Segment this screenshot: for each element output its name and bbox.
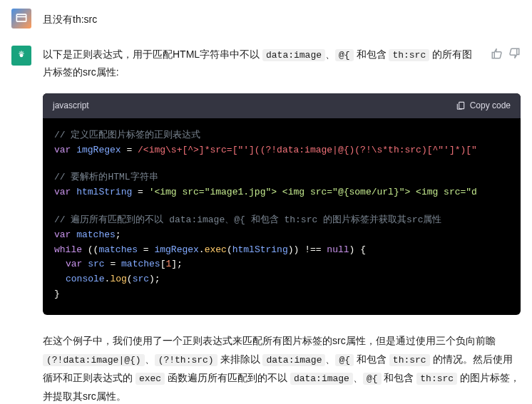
bot-intro-text: 以下是正则表达式，用于匹配HTML字符串中不以 data:image、@{ 和包… bbox=[43, 46, 482, 82]
intro-code2: @{ bbox=[335, 49, 354, 61]
exp-c8: @{ bbox=[363, 373, 382, 385]
bot-avatar bbox=[11, 46, 31, 66]
exp-c5: th:src bbox=[389, 354, 430, 366]
code-semi: ; bbox=[116, 229, 121, 240]
clipboard-icon bbox=[456, 100, 466, 110]
code-op: (( bbox=[82, 244, 98, 255]
user-content: 且没有th:src bbox=[43, 9, 521, 27]
code-op: = bbox=[121, 145, 138, 155]
code-var: matches bbox=[98, 244, 138, 255]
exp-c3: data:image bbox=[262, 354, 325, 366]
exp-s1: 、 bbox=[145, 353, 155, 365]
exp-c4: @{ bbox=[335, 354, 354, 366]
bot-content: 以下是正则表达式，用于匹配HTML字符串中不以 data:image、@{ 和包… bbox=[43, 46, 521, 404]
user-avatar bbox=[11, 9, 31, 29]
code-method: log bbox=[110, 274, 126, 284]
code-semi: ; bbox=[155, 274, 160, 284]
intro-sep2: 和包含 bbox=[354, 48, 389, 60]
code-var: src bbox=[133, 274, 149, 284]
code-keyword: var bbox=[66, 259, 82, 269]
code-bracket: ] bbox=[171, 259, 177, 269]
exp-c6: exec bbox=[135, 373, 165, 385]
code-string: '<img src="image1.jpg"> <img src="@{some… bbox=[149, 187, 477, 197]
exp-s4: 和包含 bbox=[354, 353, 389, 365]
code-lang-label: javascript bbox=[53, 99, 89, 113]
exp-s6: 函数遍历所有匹配到的不以 bbox=[165, 372, 290, 383]
exp-s7: 、 bbox=[353, 372, 363, 383]
exp-t1: 在这个例子中，我们使用了一个正则表达式来匹配所有图片标签的src属性，但是通过使… bbox=[43, 335, 496, 346]
exp-c9: th:src bbox=[416, 373, 457, 385]
exp-s2: 来排除以 bbox=[218, 353, 263, 365]
code-close-cond: ) { bbox=[349, 244, 366, 255]
code-comment: // 定义匹配图片标签的正则表达式 bbox=[54, 130, 200, 140]
exp-c1: (?!data:image|@{) bbox=[43, 354, 145, 366]
code-lp: ( bbox=[227, 244, 232, 255]
code-dot: . bbox=[199, 244, 205, 255]
intro-code3: th:src bbox=[389, 49, 429, 61]
code-var: matches bbox=[76, 229, 116, 240]
exp-s8: 和包含 bbox=[382, 372, 417, 383]
intro-sep1: 、 bbox=[325, 48, 335, 60]
code-var: imgRegex bbox=[154, 244, 198, 255]
code-op: = bbox=[132, 187, 148, 197]
bot-explanation: 在这个例子中，我们使用了一个正则表达式来匹配所有图片标签的src属性，但是通过使… bbox=[43, 332, 521, 404]
exp-c2: (?!th:src) bbox=[155, 354, 218, 366]
copy-code-button[interactable]: Copy code bbox=[456, 99, 511, 113]
code-op: = bbox=[138, 244, 154, 255]
code-semi: ; bbox=[177, 259, 183, 269]
code-regex: /<img\s+[^>]*src=["']((?!data:image|@{)(… bbox=[138, 145, 477, 155]
user-text: 且没有th:src bbox=[43, 9, 521, 27]
code-op: = bbox=[105, 259, 121, 269]
copy-code-label: Copy code bbox=[470, 99, 511, 113]
code-cmp: ) !== bbox=[294, 244, 327, 255]
code-comment: // 遍历所有匹配到的不以 data:image、@{ 和包含 th:src 的… bbox=[54, 214, 441, 225]
bot-message: 以下是正则表达式，用于匹配HTML字符串中不以 data:image、@{ 和包… bbox=[11, 46, 521, 404]
code-var: imgRegex bbox=[76, 145, 121, 155]
exp-c7: data:image bbox=[290, 373, 353, 385]
exp-s3: 、 bbox=[325, 353, 335, 365]
intro-code1: data:image bbox=[262, 49, 325, 61]
code-rp: ) bbox=[288, 244, 294, 255]
user-message: 且没有th:src bbox=[11, 9, 521, 29]
code-var: src bbox=[88, 259, 104, 269]
chat-container: 且没有th:src 以下是正则表达式，用于匹配HTML字符串中不以 data:i… bbox=[0, 0, 532, 404]
code-var: htmlString bbox=[76, 187, 132, 197]
thumbs-up-icon[interactable] bbox=[491, 47, 503, 60]
code-rp: ) bbox=[149, 274, 155, 284]
code-console: console bbox=[66, 274, 105, 284]
svg-rect-0 bbox=[16, 14, 26, 21]
code-close-brace: } bbox=[54, 289, 60, 299]
code-var: matches bbox=[121, 259, 160, 269]
code-method: exec bbox=[205, 244, 227, 255]
code-keyword: var bbox=[54, 145, 71, 155]
code-lp: ( bbox=[127, 274, 133, 284]
code-comment: // 要解析的HTML字符串 bbox=[54, 172, 158, 182]
intro-part1: 以下是正则表达式，用于匹配HTML字符串中不以 bbox=[43, 48, 262, 60]
thumbs-down-icon[interactable] bbox=[508, 47, 521, 60]
code-keyword: var bbox=[54, 187, 71, 197]
feedback-actions bbox=[491, 46, 521, 60]
code-var: htmlString bbox=[232, 244, 288, 255]
code-body[interactable]: // 定义匹配图片标签的正则表达式var imgRegex = /<img\s+… bbox=[43, 118, 521, 315]
svg-rect-3 bbox=[459, 103, 464, 109]
code-keyword: var bbox=[54, 229, 71, 240]
code-null: null bbox=[327, 244, 349, 255]
code-block: javascript Copy code // 定义匹配图片标签的正则表达式va… bbox=[43, 93, 521, 315]
bot-header-row: 以下是正则表达式，用于匹配HTML字符串中不以 data:image、@{ 和包… bbox=[43, 46, 521, 82]
code-keyword: while bbox=[54, 244, 82, 255]
code-header: javascript Copy code bbox=[43, 93, 521, 118]
